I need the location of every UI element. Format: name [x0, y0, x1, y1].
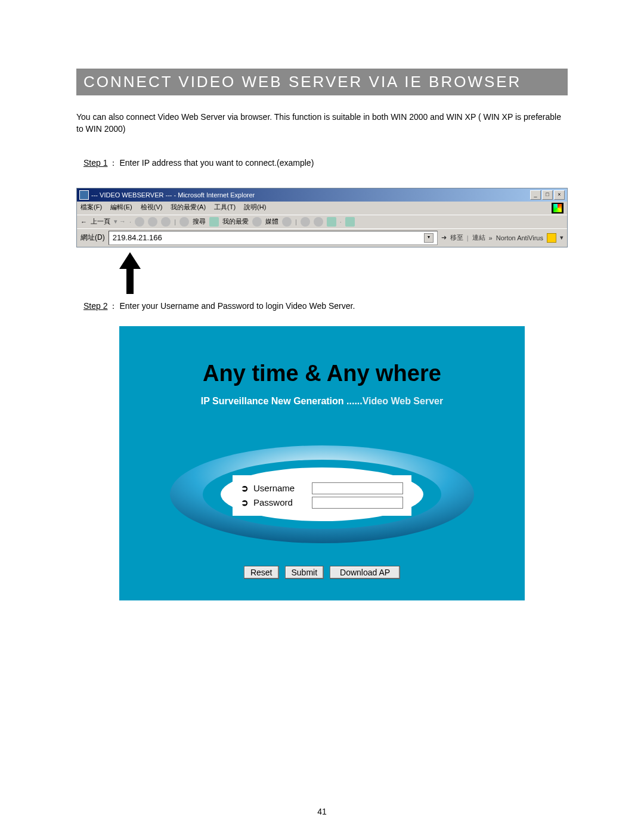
- minimize-button[interactable]: _: [530, 190, 541, 200]
- password-label: Password: [253, 497, 307, 507]
- menu-edit[interactable]: 編輯(E): [110, 203, 132, 213]
- links-label[interactable]: 連結: [472, 233, 485, 242]
- refresh-icon[interactable]: [148, 217, 157, 227]
- address-dropdown-icon[interactable]: ▾: [424, 233, 434, 243]
- step-2-text: Enter your Username and Password to logi…: [119, 301, 355, 311]
- step-2: Step 2：Enter your Username and Password …: [83, 301, 568, 312]
- back-label[interactable]: 上一頁: [91, 217, 110, 226]
- favorites-icon[interactable]: [209, 217, 219, 227]
- reset-button[interactable]: Reset: [244, 566, 279, 579]
- ie-titlebar: --- VIDEO WEBSERVER --- - Microsoft Inte…: [77, 188, 567, 202]
- menu-view[interactable]: 檢視(V): [141, 203, 163, 213]
- maximize-button[interactable]: □: [542, 190, 553, 200]
- bullet-icon: ➲: [241, 497, 249, 508]
- menu-help[interactable]: 說明(H): [244, 203, 266, 213]
- intro-text: You can also connect Video Web Server vi…: [76, 111, 568, 135]
- ie-toolbar: ← 上一頁 ▾ → · | 搜尋 我的最愛 媒體 | ·: [77, 215, 567, 229]
- step-2-label: Step 2: [83, 301, 107, 311]
- ie-menubar: 檔案(F) 編輯(E) 檢視(V) 我的最愛(A) 工具(T) 說明(H): [77, 202, 567, 215]
- download-ap-button[interactable]: Download AP: [330, 566, 400, 579]
- address-label: 網址(D): [80, 233, 105, 243]
- step-1: Step 1：Enter IP address that you want to…: [83, 158, 568, 169]
- media-label[interactable]: 媒體: [265, 217, 278, 226]
- ie-app-icon: [79, 190, 89, 200]
- home-icon[interactable]: [161, 217, 171, 227]
- step-1-label: Step 1: [83, 158, 107, 168]
- login-sub2: Video Web Server: [363, 396, 443, 406]
- media-icon[interactable]: [252, 217, 262, 227]
- address-input[interactable]: 219.84.21.166 ▾: [109, 231, 438, 245]
- ie-title-text: --- VIDEO WEBSERVER --- - Microsoft Inte…: [91, 191, 255, 199]
- close-button[interactable]: ×: [554, 190, 565, 200]
- discuss-icon[interactable]: [345, 217, 355, 227]
- norton-icon: [547, 233, 556, 243]
- menu-tools[interactable]: 工具(T): [214, 203, 236, 213]
- ie-window: --- VIDEO WEBSERVER --- - Microsoft Inte…: [76, 188, 568, 247]
- password-input[interactable]: [312, 497, 403, 509]
- login-panel: Any time & Any where IP Surveillance New…: [119, 326, 525, 600]
- menu-file[interactable]: 檔案(F): [80, 203, 102, 213]
- history-icon[interactable]: [282, 217, 292, 227]
- ie-throbber-icon: [552, 203, 564, 213]
- login-button-row: Reset Submit Download AP: [244, 566, 400, 579]
- page-title-bar: CONNECT VIDEO WEB SERVER VIA IE BROWSER: [76, 69, 568, 95]
- norton-label: Norton AntiVirus: [496, 234, 543, 241]
- step-1-text: Enter IP address that you want to connec…: [119, 158, 314, 168]
- submit-button[interactable]: Submit: [284, 566, 324, 579]
- search-label[interactable]: 搜尋: [193, 217, 206, 226]
- login-heading: Any time & Any where: [119, 326, 525, 386]
- edit-icon[interactable]: [327, 217, 336, 227]
- go-icon[interactable]: ➜: [441, 234, 447, 241]
- search-icon[interactable]: [179, 217, 189, 227]
- bullet-icon: ➲: [241, 483, 249, 494]
- stop-icon[interactable]: [135, 217, 144, 227]
- username-label: Username: [253, 483, 307, 493]
- pointer-arrow: [112, 253, 568, 301]
- login-subheading: IP Surveillance New Generation ......Vid…: [119, 396, 525, 407]
- address-value: 219.84.21.166: [113, 233, 162, 242]
- print-icon[interactable]: [314, 217, 323, 227]
- page-number: 41: [317, 807, 327, 816]
- svg-marker-0: [119, 252, 141, 294]
- menu-fav[interactable]: 我的最愛(A): [171, 203, 206, 213]
- favorites-label[interactable]: 我的最愛: [222, 217, 249, 226]
- login-ellipse: ➲ Username ➲ Password: [167, 442, 477, 547]
- ie-address-bar: 網址(D) 219.84.21.166 ▾ ➜ 移至 | 連結 » Norton…: [77, 229, 567, 247]
- login-sub1: IP Surveillance New Generation ......: [201, 396, 363, 406]
- username-input[interactable]: [312, 482, 403, 494]
- back-icon[interactable]: ←: [80, 218, 87, 225]
- credential-box: ➲ Username ➲ Password: [233, 475, 411, 516]
- go-label[interactable]: 移至: [450, 233, 463, 242]
- mail-icon[interactable]: [301, 217, 310, 227]
